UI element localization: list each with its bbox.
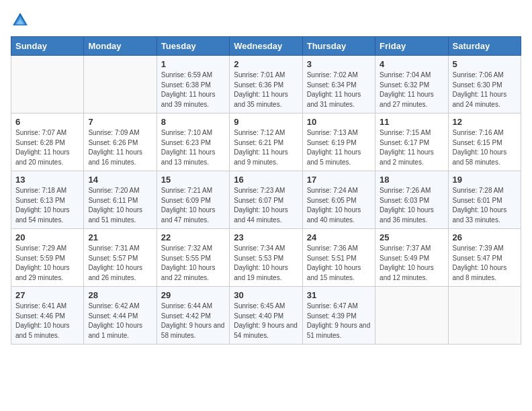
day-number: 3 (307, 59, 371, 69)
calendar-cell: 7Sunrise: 7:09 AM Sunset: 6:26 PM Daylig… (84, 113, 157, 171)
day-number: 30 (234, 290, 298, 300)
day-info: Sunrise: 7:36 AM Sunset: 5:51 PM Dayligh… (307, 244, 371, 283)
calendar-cell: 18Sunrise: 7:26 AM Sunset: 6:03 PM Dayli… (375, 171, 448, 229)
calendar-week-row: 6Sunrise: 7:07 AM Sunset: 6:28 PM Daylig… (11, 113, 521, 171)
day-of-week-header: Friday (375, 37, 448, 56)
day-info: Sunrise: 7:15 AM Sunset: 6:17 PM Dayligh… (380, 128, 443, 167)
day-number: 28 (88, 290, 152, 300)
day-number: 24 (307, 232, 371, 242)
day-info: Sunrise: 7:21 AM Sunset: 6:09 PM Dayligh… (161, 186, 225, 225)
day-number: 6 (15, 117, 79, 127)
day-of-week-header: Monday (84, 37, 157, 56)
day-number: 8 (161, 117, 225, 127)
day-number: 27 (15, 290, 79, 300)
calendar-cell (11, 56, 84, 113)
day-number: 23 (234, 232, 298, 242)
day-number: 5 (453, 59, 517, 69)
day-of-week-header: Wednesday (230, 37, 302, 56)
day-number: 4 (380, 59, 443, 69)
calendar-cell: 17Sunrise: 7:24 AM Sunset: 6:05 PM Dayli… (302, 171, 375, 229)
day-number: 7 (88, 117, 152, 127)
day-number: 2 (234, 59, 298, 69)
day-of-week-header: Saturday (448, 37, 521, 56)
day-info: Sunrise: 7:01 AM Sunset: 6:36 PM Dayligh… (234, 71, 298, 109)
calendar-cell: 15Sunrise: 7:21 AM Sunset: 6:09 PM Dayli… (157, 171, 229, 229)
logo-icon (11, 11, 30, 30)
day-info: Sunrise: 6:47 AM Sunset: 4:39 PM Dayligh… (307, 302, 371, 340)
calendar-cell: 25Sunrise: 7:37 AM Sunset: 5:49 PM Dayli… (375, 229, 448, 287)
day-number: 13 (15, 175, 79, 185)
day-info: Sunrise: 7:34 AM Sunset: 5:53 PM Dayligh… (234, 244, 298, 283)
calendar-cell: 30Sunrise: 6:45 AM Sunset: 4:40 PM Dayli… (230, 287, 302, 345)
calendar-cell: 1Sunrise: 6:59 AM Sunset: 6:38 PM Daylig… (157, 56, 229, 113)
day-info: Sunrise: 6:44 AM Sunset: 4:42 PM Dayligh… (161, 302, 225, 340)
day-number: 22 (161, 232, 225, 242)
day-info: Sunrise: 7:39 AM Sunset: 5:47 PM Dayligh… (453, 244, 517, 283)
calendar-cell: 5Sunrise: 7:06 AM Sunset: 6:30 PM Daylig… (448, 56, 521, 113)
day-info: Sunrise: 6:45 AM Sunset: 4:40 PM Dayligh… (234, 302, 298, 340)
day-of-week-header: Tuesday (157, 37, 229, 56)
calendar-cell: 24Sunrise: 7:36 AM Sunset: 5:51 PM Dayli… (302, 229, 375, 287)
day-number: 1 (161, 59, 225, 69)
day-info: Sunrise: 7:16 AM Sunset: 6:15 PM Dayligh… (453, 128, 517, 167)
day-number: 9 (234, 117, 298, 127)
day-number: 19 (453, 175, 517, 185)
day-info: Sunrise: 7:18 AM Sunset: 6:13 PM Dayligh… (15, 186, 79, 225)
day-info: Sunrise: 7:04 AM Sunset: 6:32 PM Dayligh… (380, 71, 443, 109)
day-info: Sunrise: 7:24 AM Sunset: 6:05 PM Dayligh… (307, 186, 371, 225)
day-number: 10 (307, 117, 371, 127)
calendar-cell: 19Sunrise: 7:28 AM Sunset: 6:01 PM Dayli… (448, 171, 521, 229)
calendar-week-row: 20Sunrise: 7:29 AM Sunset: 5:59 PM Dayli… (11, 229, 521, 287)
calendar-cell: 21Sunrise: 7:31 AM Sunset: 5:57 PM Dayli… (84, 229, 157, 287)
calendar-cell: 8Sunrise: 7:10 AM Sunset: 6:23 PM Daylig… (157, 113, 229, 171)
calendar-cell: 11Sunrise: 7:15 AM Sunset: 6:17 PM Dayli… (375, 113, 448, 171)
page-header (11, 11, 521, 30)
calendar-cell: 28Sunrise: 6:42 AM Sunset: 4:44 PM Dayli… (84, 287, 157, 345)
calendar-cell (448, 287, 521, 345)
day-number: 31 (307, 290, 371, 300)
day-info: Sunrise: 7:07 AM Sunset: 6:28 PM Dayligh… (15, 128, 79, 167)
day-number: 21 (88, 232, 152, 242)
day-info: Sunrise: 7:29 AM Sunset: 5:59 PM Dayligh… (15, 244, 79, 283)
day-info: Sunrise: 7:31 AM Sunset: 5:57 PM Dayligh… (88, 244, 152, 283)
calendar-week-row: 1Sunrise: 6:59 AM Sunset: 6:38 PM Daylig… (11, 56, 521, 113)
calendar-cell: 31Sunrise: 6:47 AM Sunset: 4:39 PM Dayli… (302, 287, 375, 345)
calendar-header-row: SundayMondayTuesdayWednesdayThursdayFrid… (11, 37, 521, 56)
calendar-week-row: 13Sunrise: 7:18 AM Sunset: 6:13 PM Dayli… (11, 171, 521, 229)
calendar-cell: 27Sunrise: 6:41 AM Sunset: 4:46 PM Dayli… (11, 287, 84, 345)
calendar-cell: 2Sunrise: 7:01 AM Sunset: 6:36 PM Daylig… (230, 56, 302, 113)
day-of-week-header: Thursday (302, 37, 375, 56)
day-info: Sunrise: 7:12 AM Sunset: 6:21 PM Dayligh… (234, 128, 298, 167)
calendar-cell: 16Sunrise: 7:23 AM Sunset: 6:07 PM Dayli… (230, 171, 302, 229)
calendar-cell (84, 56, 157, 113)
calendar-cell: 14Sunrise: 7:20 AM Sunset: 6:11 PM Dayli… (84, 171, 157, 229)
calendar-cell: 6Sunrise: 7:07 AM Sunset: 6:28 PM Daylig… (11, 113, 84, 171)
calendar-week-row: 27Sunrise: 6:41 AM Sunset: 4:46 PM Dayli… (11, 287, 521, 345)
day-info: Sunrise: 6:42 AM Sunset: 4:44 PM Dayligh… (88, 302, 152, 340)
day-info: Sunrise: 7:09 AM Sunset: 6:26 PM Dayligh… (88, 128, 152, 167)
day-number: 11 (380, 117, 443, 127)
day-info: Sunrise: 7:37 AM Sunset: 5:49 PM Dayligh… (380, 244, 443, 283)
day-number: 26 (453, 232, 517, 242)
calendar-cell: 26Sunrise: 7:39 AM Sunset: 5:47 PM Dayli… (448, 229, 521, 287)
day-number: 29 (161, 290, 225, 300)
day-number: 16 (234, 175, 298, 185)
day-number: 17 (307, 175, 371, 185)
day-info: Sunrise: 7:26 AM Sunset: 6:03 PM Dayligh… (380, 186, 443, 225)
calendar-cell: 12Sunrise: 7:16 AM Sunset: 6:15 PM Dayli… (448, 113, 521, 171)
day-info: Sunrise: 7:06 AM Sunset: 6:30 PM Dayligh… (453, 71, 517, 109)
logo (11, 11, 32, 30)
day-info: Sunrise: 7:02 AM Sunset: 6:34 PM Dayligh… (307, 71, 371, 109)
calendar-cell: 23Sunrise: 7:34 AM Sunset: 5:53 PM Dayli… (230, 229, 302, 287)
day-number: 18 (380, 175, 443, 185)
day-info: Sunrise: 6:41 AM Sunset: 4:46 PM Dayligh… (15, 302, 79, 340)
day-info: Sunrise: 7:13 AM Sunset: 6:19 PM Dayligh… (307, 128, 371, 167)
day-info: Sunrise: 7:32 AM Sunset: 5:55 PM Dayligh… (161, 244, 225, 283)
day-number: 12 (453, 117, 517, 127)
day-info: Sunrise: 7:20 AM Sunset: 6:11 PM Dayligh… (88, 186, 152, 225)
calendar-cell: 22Sunrise: 7:32 AM Sunset: 5:55 PM Dayli… (157, 229, 229, 287)
day-info: Sunrise: 7:28 AM Sunset: 6:01 PM Dayligh… (453, 186, 517, 225)
calendar-cell: 9Sunrise: 7:12 AM Sunset: 6:21 PM Daylig… (230, 113, 302, 171)
day-number: 25 (380, 232, 443, 242)
calendar-cell: 10Sunrise: 7:13 AM Sunset: 6:19 PM Dayli… (302, 113, 375, 171)
